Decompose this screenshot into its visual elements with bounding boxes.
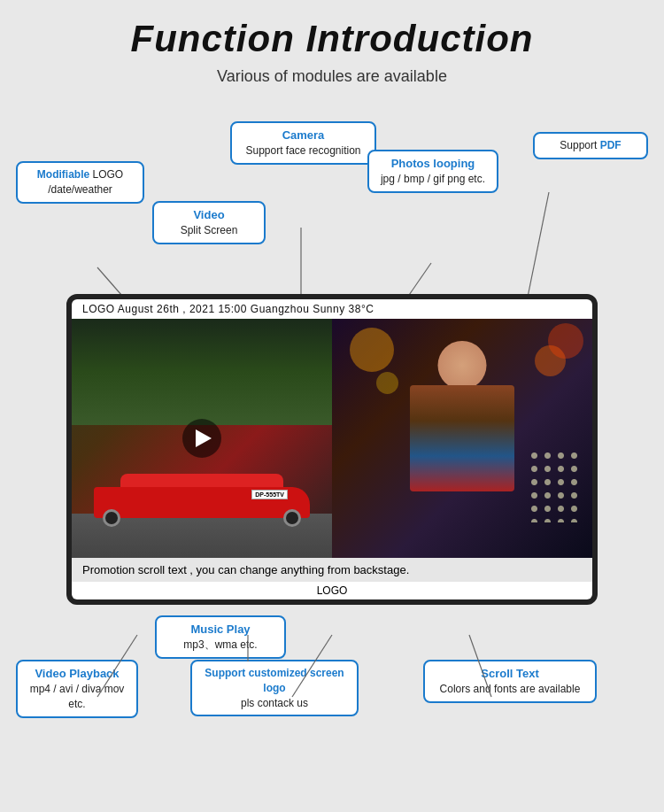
pdf-text: Support PDF <box>544 138 637 153</box>
scroll-text: Promotion scroll text , you can change a… <box>82 563 409 576</box>
bubble-camera: Camera Support face recognition <box>230 121 376 165</box>
bottom-logo: LOGO <box>317 584 348 597</box>
full-layout: Camera Support face recognition Support … <box>0 112 664 760</box>
camera-text: Support face recognition <box>241 143 366 159</box>
bokeh-4 <box>548 323 583 359</box>
screen-topbar: LOGO August 26th , 2021 15:00 Guangzhou … <box>72 299 592 319</box>
play-icon <box>196 429 212 447</box>
bubble-logo: Modifiable LOGO/date/weather <box>16 161 144 204</box>
video-split-text: Split Screen <box>163 223 255 238</box>
camera-title: Camera <box>241 128 366 143</box>
bubble-photos: Photos looping jpg / bmp / gif png etc. <box>367 150 498 193</box>
video-panel: DP-555TV <box>72 319 332 558</box>
scroll-desc: Colors and fonts are available <box>434 682 586 697</box>
photo-panel <box>332 319 592 558</box>
bubble-video-split: Video Split Screen <box>152 201 266 244</box>
annotations-below: Music Play mp3、wma etc. Video Playback m… <box>0 605 664 760</box>
play-button[interactable] <box>182 419 221 458</box>
page-subtitle: Various of modules are available <box>0 67 664 86</box>
photos-title: Photos looping <box>378 156 488 172</box>
license-plate: DP-555TV <box>251 490 288 499</box>
screen-wrapper: LOGO August 26th , 2021 15:00 Guangzhou … <box>0 294 664 605</box>
bokeh-3 <box>376 372 398 394</box>
screen-mock: LOGO August 26th , 2021 15:00 Guangzhou … <box>66 294 598 605</box>
music-title: Music Play <box>166 622 275 638</box>
screen-content: DP-555TV <box>72 319 592 558</box>
bokeh-1 <box>350 328 394 372</box>
page-wrapper: Function Introduction Various of modules… <box>0 0 664 812</box>
annotations-above: Camera Support face recognition Support … <box>0 112 664 294</box>
scroll-title: Scroll Text <box>434 666 586 682</box>
bubble-video-pb: Video Playback mp4 / avi / diva mov etc. <box>16 660 138 718</box>
bubble-scroll: Scroll Text Colors and fonts are availab… <box>423 660 597 703</box>
logo-text: Modifiable LOGO/date/weather <box>27 167 134 197</box>
car-wheel-left <box>103 509 120 527</box>
bubble-custom-logo: Support customized screen logopls contac… <box>190 660 359 716</box>
bubble-music: Music Play mp3、wma etc. <box>155 615 286 659</box>
bubble-pdf: Support PDF <box>533 132 648 159</box>
video-pb-title: Video Playback <box>27 666 127 682</box>
light-string <box>530 452 583 522</box>
person-body <box>410 385 514 491</box>
custom-logo-text: Support customized screen logopls contac… <box>201 666 348 710</box>
sky-bg <box>72 319 332 425</box>
scroll-bar: Promotion scroll text , you can change a… <box>72 558 592 582</box>
photos-text: jpg / bmp / gif png etc. <box>378 172 488 187</box>
video-split-title: Video <box>163 207 255 223</box>
person-head <box>438 341 487 390</box>
topbar-text: LOGO August 26th , 2021 15:00 Guangzhou … <box>82 303 374 315</box>
page-title: Function Introduction <box>0 18 664 60</box>
car: DP-555TV <box>85 460 319 531</box>
video-pb-text: mp4 / avi / diva mov etc. <box>27 682 127 712</box>
screen-bottom-bar: LOGO <box>72 582 592 599</box>
music-text: mp3、wma etc. <box>166 638 275 653</box>
car-wheel-right <box>283 509 301 527</box>
